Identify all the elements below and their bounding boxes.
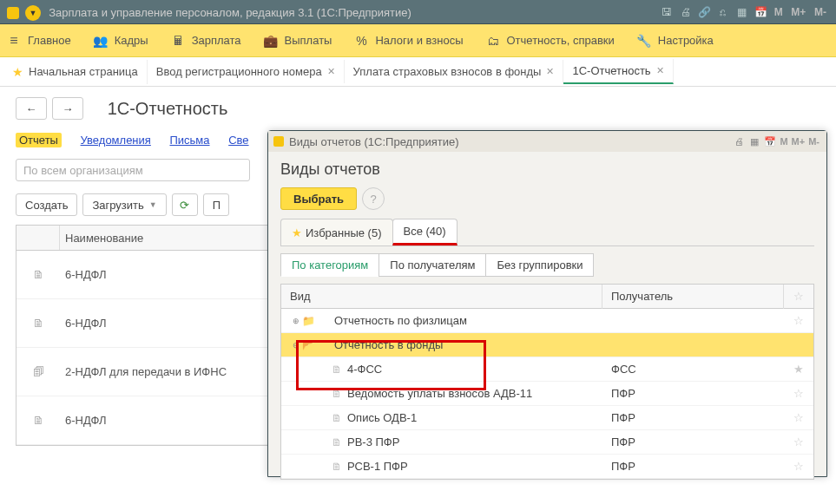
tab-1c-otchetnost[interactable]: 1С-Отчетность✕ [563, 59, 673, 84]
select-button[interactable]: Выбрать [280, 187, 357, 210]
wrench-icon: 🔧 [635, 34, 653, 48]
tab-all[interactable]: Все (40) [392, 219, 457, 245]
file-icon: 🗎 [332, 436, 342, 448]
calendar-icon[interactable]: 📅 [762, 136, 778, 147]
tab-reg-number[interactable]: Ввод регистрационного номера✕ [148, 60, 345, 83]
menu-nalogi[interactable]: %Налоги и взносы [352, 34, 463, 48]
tree-file[interactable]: 🗎РВ-3 ПФРПФР☆ [281, 430, 813, 455]
refresh-icon: ⟳ [180, 199, 189, 212]
subtab-otchety[interactable]: Отчеты [16, 133, 62, 147]
m-button[interactable]: M [772, 0, 786, 24]
close-icon[interactable]: ✕ [546, 66, 554, 77]
tree-col-fav[interactable]: ☆ [784, 285, 813, 309]
subtab-uvedomleniya[interactable]: Уведомления [81, 134, 151, 147]
document-icon: 🗎 [33, 414, 44, 427]
menu-zarplata[interactable]: 🖩Зарплата [169, 34, 241, 48]
m-plus-button[interactable]: M+ [790, 136, 807, 147]
tree-col-kind[interactable]: Вид [281, 285, 602, 309]
app-title-text: Зарплата и управление персоналом, редакц… [49, 6, 411, 19]
nav-back-button[interactable]: ← [16, 97, 47, 120]
bookmark-icon[interactable]: ⎌ [715, 0, 731, 24]
open-tabs: ★Начальная страница Ввод регистрационног… [0, 57, 836, 87]
logo-icon [273, 136, 284, 147]
print-button[interactable]: П [203, 193, 229, 216]
folder-icon: 📂 [302, 339, 315, 351]
m-button[interactable]: M [778, 136, 789, 147]
chevron-down-icon: ▼ [149, 200, 157, 209]
percent-icon: % [352, 34, 370, 48]
expand-icon[interactable]: ⊕ [290, 317, 302, 325]
refresh-button[interactable]: ⟳ [172, 193, 198, 216]
m-minus-button[interactable]: M- [806, 136, 821, 147]
close-icon[interactable]: ✕ [327, 66, 335, 77]
menu-kadry[interactable]: 👥Кадры [92, 34, 148, 48]
report-icon: 🗂 [484, 34, 502, 48]
modal-titlebar[interactable]: Виды отчетов (1С:Предприятие) 🖨 ▦ 📅 M M+… [268, 131, 826, 152]
document-icon: 🗎 [33, 268, 44, 281]
report-types-modal: Виды отчетов (1С:Предприятие) 🖨 ▦ 📅 M M+… [267, 130, 827, 477]
menu-main[interactable]: ≡Главное [5, 33, 71, 49]
m-minus-button[interactable]: M- [812, 0, 829, 24]
save-icon[interactable]: 🖫 [659, 0, 675, 24]
file-icon: 🗎 [332, 388, 342, 400]
modal-heading: Виды отчетов [280, 160, 814, 179]
group-none[interactable]: Без группировки [485, 253, 594, 277]
load-button[interactable]: Загрузить▼ [82, 193, 166, 216]
print-icon[interactable]: 🖨 [678, 0, 694, 24]
grid-icon[interactable]: ▦ [734, 0, 749, 24]
logo-icon [7, 7, 19, 19]
tab-favorites[interactable]: ★Избранные (5) [280, 219, 393, 245]
menu-icon: ≡ [5, 33, 23, 49]
tree-file[interactable]: 🗎Опись ОДВ-1ПФР☆ [281, 406, 813, 430]
tree-file-4fss[interactable]: 🗎4-ФССФСС★ [281, 357, 813, 382]
group-by-category[interactable]: По категориям [280, 253, 379, 277]
tree-folder-selected[interactable]: ⊖📂Отчетность в фонды [281, 333, 813, 357]
briefcase-icon: 💼 [262, 34, 280, 48]
tree-folder[interactable]: ⊕📁Отчетность по физлицам☆ [281, 309, 813, 333]
file-icon: 🗎 [332, 363, 342, 376]
document-icon: 🗎 [33, 317, 44, 330]
app-menu-dropdown[interactable]: ▼ [25, 5, 41, 21]
create-button[interactable]: Создать [16, 193, 77, 216]
tree-file[interactable]: 🗎Ведомость уплаты взносов АДВ-11ПФР☆ [281, 382, 813, 406]
main-menu: ≡Главное 👥Кадры 🖩Зарплата 💼Выплаты %Нало… [0, 24, 836, 57]
folder-icon: 📁 [302, 315, 315, 327]
app-titlebar: ▼ Зарплата и управление персоналом, реда… [0, 0, 836, 24]
collapse-icon[interactable]: ⊖ [290, 341, 302, 350]
calendar-icon[interactable]: 📅 [753, 0, 768, 24]
grouping-tabs: По категориям По получателям Без группир… [280, 253, 814, 277]
file-icon: 🗎 [332, 412, 342, 424]
modal-tabs: ★Избранные (5) Все (40) [280, 219, 814, 246]
help-button[interactable]: ? [362, 187, 385, 210]
document-copy-icon: 🗐 [33, 365, 44, 378]
file-icon: 🗎 [332, 461, 342, 473]
grid-col-icon [16, 226, 60, 250]
menu-nastroika[interactable]: 🔧Настройка [635, 34, 714, 48]
close-icon[interactable]: ✕ [656, 65, 664, 76]
calculator-icon: 🖩 [169, 34, 187, 48]
people-icon: 👥 [92, 34, 109, 48]
print-icon[interactable]: 🖨 [731, 136, 747, 147]
org-filter-input[interactable]: По всем организациям [16, 159, 250, 181]
star-icon: ★ [292, 226, 302, 239]
tree-col-recipient[interactable]: Получатель [602, 285, 784, 309]
subtab-pisma[interactable]: Письма [169, 134, 209, 147]
grid-icon[interactable]: ▦ [747, 136, 762, 147]
m-plus-button[interactable]: M+ [788, 0, 808, 24]
menu-vyplaty[interactable]: 💼Выплаты [262, 34, 332, 48]
group-by-recipient[interactable]: По получателям [379, 253, 486, 277]
star-icon: ★ [12, 65, 23, 79]
menu-otchetnost[interactable]: 🗂Отчетность, справки [484, 34, 615, 48]
tab-strahovye[interactable]: Уплата страховых взносов в фонды✕ [345, 60, 564, 83]
report-tree: Вид Получатель ☆ ⊕📁Отчетность по физлица… [280, 284, 814, 480]
tab-home[interactable]: ★Начальная страница [9, 60, 148, 84]
link-icon[interactable]: 🔗 [696, 0, 712, 24]
nav-forward-button[interactable]: → [52, 97, 83, 120]
subtab-sverki[interactable]: Све [228, 134, 248, 147]
page-title: 1С-Отчетность [108, 99, 228, 119]
favorite-star[interactable]: ★ [784, 363, 813, 376]
tree-file[interactable]: 🗎РСВ-1 ПФРПФР☆ [281, 455, 813, 479]
